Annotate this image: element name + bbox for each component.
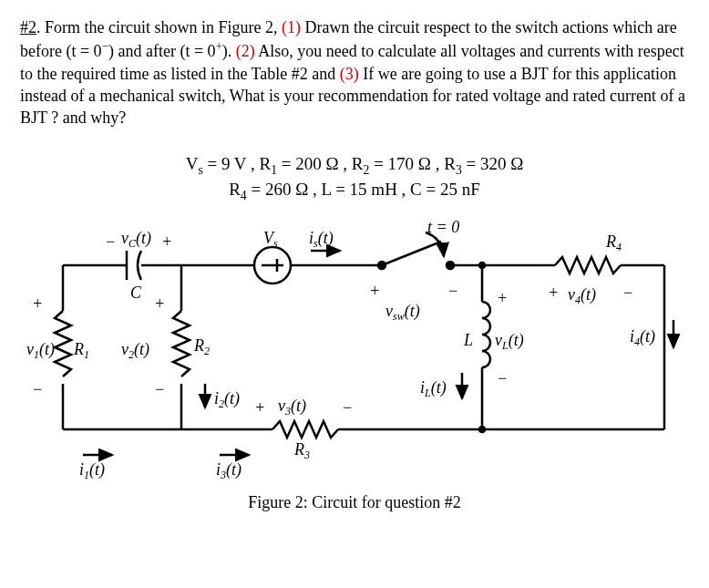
svg-line-15	[382, 242, 441, 265]
label-v2: v2(t)	[121, 340, 149, 361]
label-R3: R3	[293, 440, 310, 461]
label-i2: i2(t)	[214, 389, 240, 410]
label-plus-v2: +	[154, 294, 165, 313]
label-minus-v1: −	[32, 380, 43, 398]
label-R1: R1	[73, 340, 89, 361]
parameters-block: Vs = 9 V , R1 = 200 Ω , R2 = 170 Ω , R3 …	[20, 154, 689, 203]
label-L: L	[463, 331, 473, 349]
label-R2: R2	[193, 336, 210, 357]
label-minus-vc: −	[105, 232, 116, 251]
label-minus-v2: −	[154, 380, 165, 398]
label-plus-v3: +	[254, 398, 265, 417]
label-v4: v4(t)	[568, 285, 596, 306]
label-v1: v1(t)	[26, 340, 55, 361]
part1-label: (1)	[282, 18, 301, 36]
circuit-schematic: − vC(t) + C + v1(t) − R1 + v2(t) − R2 Vs…	[26, 211, 683, 484]
label-minus-v4: −	[622, 284, 633, 302]
parameters-line-1: Vs = 9 V , R1 = 200 Ω , R2 = 170 Ω , R3 …	[20, 154, 689, 178]
figure-caption: Figure 2: Circuit for question #2	[20, 493, 689, 512]
label-i3: i3(t)	[216, 460, 241, 481]
label-vL: vL(t)	[495, 331, 524, 352]
label-Vs: Vs	[263, 229, 278, 250]
label-t0: t = 0	[427, 218, 459, 236]
label-i1: i1(t)	[79, 460, 105, 481]
label-minus-vsw: −	[447, 282, 458, 300]
problem-number: #2	[20, 18, 36, 36]
label-R4: R4	[605, 232, 622, 253]
label-vc: vC(t)	[121, 229, 151, 250]
label-plus-vsw: +	[369, 282, 380, 300]
problem-statement: #2. Form the circuit shown in Figure 2, …	[20, 16, 689, 129]
label-plus-vL: +	[497, 289, 508, 307]
superscript-minus: −	[102, 39, 108, 53]
label-vsw: vsw(t)	[385, 302, 420, 323]
label-is: is(t)	[309, 229, 334, 250]
parameters-line-2: R4 = 260 Ω , L = 15 mH , C = 25 nF	[20, 180, 689, 203]
figure-2: − vC(t) + C + v1(t) − R1 + v2(t) − R2 Vs…	[20, 211, 689, 512]
label-plus-v4: +	[548, 284, 559, 302]
label-plus-vc: +	[161, 232, 172, 251]
label-iL: iL(t)	[420, 378, 447, 399]
part3-label: (3)	[340, 65, 359, 83]
label-v3: v3(t)	[278, 397, 306, 418]
label-C: C	[130, 284, 142, 302]
label-minus-vL: −	[497, 369, 508, 387]
part2-label: (2)	[236, 42, 255, 60]
label-plus-v1: +	[32, 294, 43, 313]
superscript-plus: +	[216, 39, 222, 53]
label-i4: i4(t)	[630, 327, 655, 348]
label-minus-v3: −	[342, 398, 353, 417]
